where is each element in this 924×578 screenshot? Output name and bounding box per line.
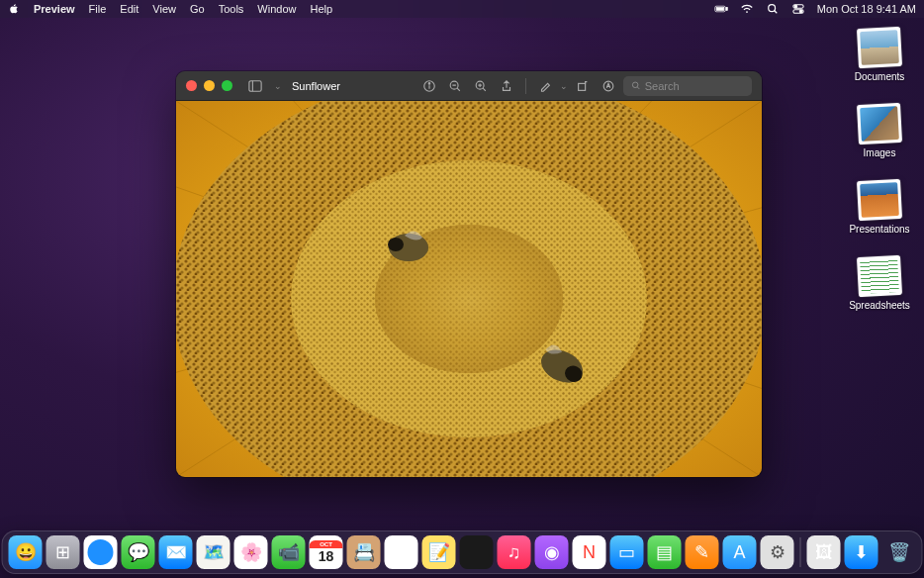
chevron-down-icon[interactable]: ⌄ <box>560 81 568 91</box>
dock-app-contacts[interactable]: 📇 <box>347 535 381 569</box>
svg-point-3 <box>768 5 775 12</box>
dock-app-messages[interactable]: 💬 <box>122 535 155 569</box>
spreadsheet-stack-icon <box>857 255 902 297</box>
dock-app-pages[interactable]: ✎ <box>686 535 719 569</box>
dock-separator <box>800 537 801 567</box>
svg-point-8 <box>799 10 802 13</box>
desktop-item-spreadsheets[interactable]: Spreadsheets <box>847 256 912 311</box>
desktop-label: Images <box>864 147 896 158</box>
svg-line-15 <box>457 88 460 91</box>
highlight-button[interactable] <box>534 76 556 96</box>
dock-app-tv[interactable] <box>460 535 494 569</box>
svg-rect-21 <box>579 83 586 90</box>
dock-app-notes[interactable]: 📝 <box>422 535 456 569</box>
desktop-item-presentations[interactable]: Presentations <box>847 180 912 235</box>
window-titlebar[interactable]: ⌄ Sunflower ⌄ <box>176 71 762 101</box>
image-viewport[interactable] <box>176 101 762 477</box>
svg-line-18 <box>483 88 486 91</box>
dock: 😀⊞💬✉️🗺️🌸📹OCT18📇☑📝♫◉N▭▤✎A⚙🖼⬇🗑️ <box>2 530 923 574</box>
desktop-item-documents[interactable]: Documents <box>847 28 912 82</box>
desktop-label: Presentations <box>849 224 909 235</box>
menu-view[interactable]: View <box>152 3 176 15</box>
dock-app-app-store[interactable]: A <box>723 535 757 569</box>
close-button[interactable] <box>186 80 197 91</box>
document-stack-icon <box>857 27 902 68</box>
svg-rect-2 <box>726 8 727 11</box>
sidebar-toggle-button[interactable] <box>244 76 266 96</box>
search-input[interactable] <box>645 80 744 92</box>
rotate-button[interactable] <box>572 76 594 96</box>
svg-point-23 <box>632 82 638 88</box>
minimize-button[interactable] <box>204 80 215 91</box>
image-stack-icon <box>857 103 902 144</box>
menu-edit[interactable]: Edit <box>120 3 139 15</box>
dock-app-finder[interactable]: 😀 <box>9 535 43 569</box>
svg-rect-9 <box>249 80 261 91</box>
clock[interactable]: Mon Oct 18 9:41 AM <box>817 3 916 15</box>
menu-file[interactable]: File <box>89 3 107 15</box>
presentation-stack-icon <box>857 179 902 221</box>
wifi-icon[interactable] <box>740 3 754 15</box>
control-center-icon[interactable] <box>791 3 805 15</box>
app-menu[interactable]: Preview <box>34 3 75 15</box>
zoom-out-button[interactable] <box>444 76 466 96</box>
info-button[interactable] <box>418 76 440 96</box>
search-icon <box>631 80 641 91</box>
search-field[interactable] <box>623 76 752 96</box>
preview-window: ⌄ Sunflower ⌄ <box>176 71 762 477</box>
dock-app-keynote[interactable]: ▭ <box>610 535 644 569</box>
share-button[interactable] <box>496 76 517 96</box>
desktop-label: Documents <box>855 71 905 82</box>
svg-point-7 <box>794 5 797 8</box>
dock-app-safari[interactable] <box>84 535 118 569</box>
desktop-item-images[interactable]: Images <box>847 104 912 158</box>
window-title: Sunflower <box>292 80 340 92</box>
dock-app-music[interactable]: ♫ <box>498 535 531 569</box>
svg-point-64 <box>88 539 114 565</box>
menu-help[interactable]: Help <box>310 3 332 15</box>
dock-app-reminders[interactable]: ☑ <box>385 535 418 569</box>
dock-app-launchpad[interactable]: ⊞ <box>46 535 80 569</box>
dock-app-downloads[interactable]: ⬇ <box>845 535 878 569</box>
desktop-label: Spreadsheets <box>849 300 910 311</box>
sunflower-image <box>176 101 762 477</box>
menu-tools[interactable]: Tools <box>219 3 244 15</box>
dock-app-news[interactable]: N <box>573 535 606 569</box>
dock-app-maps[interactable]: 🗺️ <box>197 535 231 569</box>
dock-app-photos[interactable]: 🌸 <box>234 535 268 569</box>
svg-point-59 <box>388 238 404 251</box>
zoom-in-button[interactable] <box>470 76 492 96</box>
svg-line-4 <box>774 11 777 14</box>
dock-app-preview[interactable]: 🖼 <box>807 535 841 569</box>
svg-point-13 <box>428 82 429 83</box>
svg-rect-1 <box>716 8 724 11</box>
dock-app-mail[interactable]: ✉️ <box>159 535 193 569</box>
menu-go[interactable]: Go <box>190 3 205 15</box>
apple-menu-icon[interactable] <box>8 3 20 15</box>
fullscreen-button[interactable] <box>222 80 232 91</box>
dock-app-podcasts[interactable]: ◉ <box>535 535 569 569</box>
spotlight-icon[interactable] <box>766 3 780 15</box>
markup-button[interactable] <box>598 76 619 96</box>
dock-app-trash[interactable]: 🗑️ <box>882 535 916 569</box>
dock-app-system-preferences[interactable]: ⚙ <box>761 535 794 569</box>
desktop-icons: Documents Images Presentations Spreadshe… <box>847 28 912 311</box>
menu-window[interactable]: Window <box>257 3 296 15</box>
chevron-down-icon[interactable]: ⌄ <box>274 81 282 91</box>
menubar: Preview File Edit View Go Tools Window H… <box>0 0 924 18</box>
dock-app-numbers[interactable]: ▤ <box>648 535 682 569</box>
dock-app-facetime[interactable]: 📹 <box>272 535 306 569</box>
battery-icon[interactable] <box>714 3 728 15</box>
svg-line-24 <box>637 87 639 89</box>
dock-app-calendar[interactable]: OCT18 <box>310 535 343 569</box>
